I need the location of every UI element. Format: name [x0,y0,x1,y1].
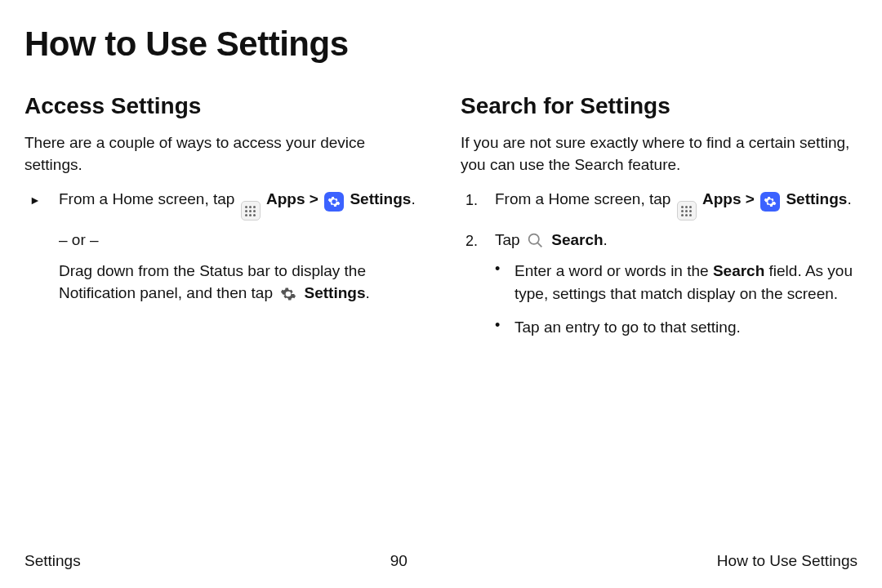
page-footer: Settings 90 How to Use Settings [24,552,858,570]
content-columns: Access Settings There are a couple of wa… [24,90,858,350]
triangle-marker: ► [29,188,49,208]
settings-label: Settings [786,190,847,207]
bullet-enter-word: • Enter a word or words in the Search fi… [495,260,858,305]
footer-topic: How to Use Settings [717,552,858,570]
text-from-home: From a Home screen, tap [59,190,239,207]
search-settings-heading: Search for Settings [461,90,858,123]
bullet-marker: • [495,260,505,305]
access-step-drag: Drag down from the Status bar to display… [59,260,421,305]
access-settings-intro: There are a couple of ways to access you… [24,131,421,176]
sep: > [305,190,323,207]
search-step-2-body: Tap Search. [495,229,858,252]
period: . [411,190,415,207]
apps-label: Apps [266,190,305,207]
footer-page-number: 90 [390,552,408,570]
access-step-home-body: From a Home screen, tap Apps > Settings. [59,188,421,221]
svg-point-0 [529,234,539,244]
search-settings-intro: If you are not sure exactly where to fin… [461,131,858,176]
tap-text: Tap [495,231,524,248]
bullet-tap-entry: • Tap an entry to go to that setting. [495,316,858,339]
search-step-2: 2. Tap Search. [466,229,858,252]
search-bullets: • Enter a word or words in the Search fi… [495,260,858,339]
access-settings-column: Access Settings There are a couple of wa… [24,90,421,350]
svg-line-1 [538,243,542,247]
settings-icon [324,192,344,212]
sep: > [741,190,759,207]
footer-section: Settings [24,552,81,570]
or-separator: – or – [59,229,421,252]
access-step-home: ► From a Home screen, tap Apps > Setting… [29,188,421,221]
search-settings-column: Search for Settings If you are not sure … [461,90,858,350]
step-number-2: 2. [466,229,485,252]
bullet-enter-word-text: Enter a word or words in the Search fiel… [514,260,858,305]
search-label: Search [551,231,603,248]
apps-icon [241,201,261,220]
drag-settings-label: Settings [305,284,366,301]
settings-icon [760,192,780,212]
apps-label: Apps [702,190,742,207]
drag-suffix: . [365,284,369,301]
step2-suffix: . [604,231,608,248]
settings-grey-icon [278,284,298,304]
search-icon [526,231,546,251]
settings-label: Settings [350,190,411,207]
access-settings-heading: Access Settings [24,90,421,123]
search-step-1: 1. From a Home screen, tap Apps > Settin… [466,188,858,221]
text-from-home: From a Home screen, tap [495,190,675,207]
page-title: How to Use Settings [24,24,858,64]
bullet-tap-entry-text: Tap an entry to go to that setting. [514,316,741,339]
search-step-1-body: From a Home screen, tap Apps > Settings. [495,188,858,221]
apps-icon [677,201,697,220]
step-number-1: 1. [466,188,485,211]
period: . [847,190,851,207]
bullet-marker: • [495,316,505,339]
